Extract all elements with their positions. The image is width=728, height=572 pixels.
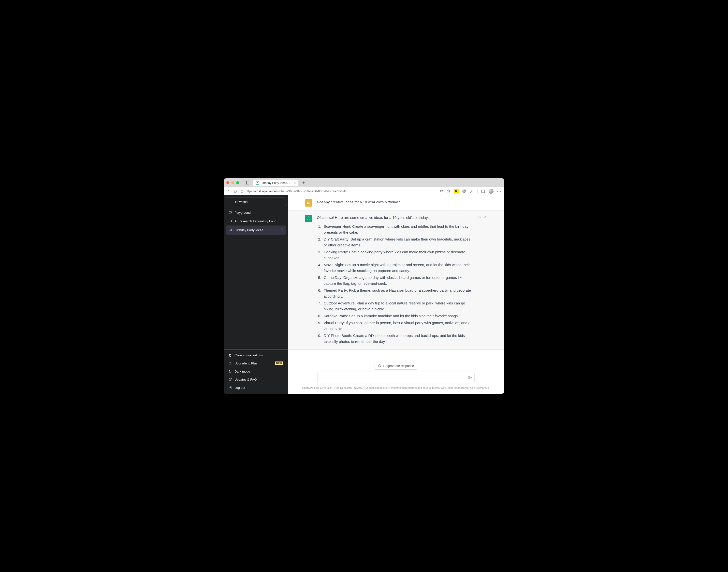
dark-mode-label: Dark mode xyxy=(235,370,250,373)
titlebar: Birthday Party Ideas. - https:// × + xyxy=(224,178,504,188)
minimize-window-icon[interactable] xyxy=(231,181,234,184)
prompt-input[interactable] xyxy=(317,372,475,383)
assistant-intro: Of course! Here are some creative ideas … xyxy=(317,215,472,221)
lock-icon xyxy=(240,190,244,193)
user-message-text: Got any creative ideas for a 10 year old… xyxy=(317,199,472,207)
input-area: Regenerate response ChatGPT Feb 13 Versi… xyxy=(288,360,504,394)
profile-avatar-icon[interactable] xyxy=(489,189,493,194)
url-domain: chat.openai.com xyxy=(255,189,278,193)
tab-favicon-icon xyxy=(256,181,259,185)
tab-close-icon[interactable]: × xyxy=(294,181,296,185)
list-item: Game Day: Organize a game day with class… xyxy=(322,275,472,286)
separator xyxy=(477,189,478,194)
clear-label: Clear conversations xyxy=(235,353,263,357)
list-item: Cooking Party: Host a cooking party wher… xyxy=(322,249,472,261)
chat-icon xyxy=(228,211,232,214)
toolbar-right: R ··· xyxy=(439,189,502,194)
logout-label: Log out xyxy=(235,386,245,389)
delete-icon[interactable] xyxy=(280,228,284,232)
back-icon[interactable] xyxy=(226,189,230,193)
chat-main: CL Got any creative ideas for a 10 year … xyxy=(288,195,504,394)
regenerate-icon xyxy=(378,364,381,368)
split-screen-icon[interactable] xyxy=(481,189,485,193)
list-item: Movie Night: Set up a movie night with a… xyxy=(322,262,472,274)
list-item: DIY Photo Booth: Create a DIY photo boot… xyxy=(322,333,472,345)
list-item: Virtual Party: If you can't gather in pe… xyxy=(322,320,472,332)
svg-rect-0 xyxy=(241,191,243,192)
external-link-icon xyxy=(228,378,232,381)
footer-version-link[interactable]: ChatGPT Feb 13 Version xyxy=(302,386,333,389)
content-area: New chat Playground AI Research Laborato… xyxy=(224,195,504,394)
list-item: Outdoor Adventure: Plan a day trip to a … xyxy=(322,300,472,312)
edit-icon[interactable] xyxy=(274,228,278,232)
new-chat-button[interactable]: New chat xyxy=(226,197,286,206)
browser-tab[interactable]: Birthday Party Ideas. - https:// × xyxy=(253,179,298,186)
send-button[interactable] xyxy=(468,375,472,381)
list-item: Karaoke Party: Set up a karaoke machine … xyxy=(322,313,472,319)
dark-mode-button[interactable]: Dark mode xyxy=(226,367,286,375)
moon-icon xyxy=(228,370,232,373)
url-bar: https://chat.openai.com/chat/e3b32687-57… xyxy=(224,188,504,195)
browser-window: Birthday Party Ideas. - https:// × + htt… xyxy=(224,178,504,394)
svg-point-2 xyxy=(471,191,472,192)
new-tab-button[interactable]: + xyxy=(302,180,305,186)
sidebar-item-label: Playground xyxy=(235,211,284,214)
favorite-icon[interactable] xyxy=(447,189,451,193)
footer-note: ChatGPT Feb 13 Version. Free Research Pr… xyxy=(288,386,504,389)
url-path: /chat/e3b32687-5716-4eb6-80f3-84b32a76a5… xyxy=(278,189,346,193)
thumbs-up-icon[interactable] xyxy=(478,215,481,220)
assistant-message-body: Of course! Here are some creative ideas … xyxy=(317,215,472,346)
upgrade-plus-button[interactable]: Upgrade to Plus NEW xyxy=(226,359,286,367)
url-field[interactable]: https://chat.openai.com/chat/e3b32687-57… xyxy=(240,189,436,193)
sidebar-item-ai-research[interactable]: AI Research Laboratory Foun xyxy=(226,217,286,225)
sidebar: New chat Playground AI Research Laborato… xyxy=(224,195,288,394)
trash-icon xyxy=(228,353,232,357)
upgrade-label: Upgrade to Plus xyxy=(235,361,257,365)
assistant-message: Of course! Here are some creative ideas … xyxy=(288,211,504,350)
maximize-window-icon[interactable] xyxy=(236,181,239,184)
feedback-buttons xyxy=(478,215,487,220)
new-badge: NEW xyxy=(275,361,284,365)
list-item: Scavenger Hunt: Create a scavenger hunt … xyxy=(322,223,472,235)
sidebar-item-playground[interactable]: Playground xyxy=(226,208,286,217)
sidebar-bottom: Clear conversations Upgrade to Plus NEW … xyxy=(224,349,288,394)
extension-gear-icon[interactable] xyxy=(470,189,474,193)
sidebar-item-label: AI Research Laboratory Foun xyxy=(235,219,284,223)
url-protocol: https:// xyxy=(246,189,255,193)
chat-icon xyxy=(228,228,232,232)
traffic-lights xyxy=(226,181,239,184)
sidebar-toggle-icon[interactable] xyxy=(245,181,249,185)
chat-icon xyxy=(228,219,232,223)
sidebar-item-birthday[interactable]: Birthday Party Ideas. xyxy=(226,225,286,235)
message-list: CL Got any creative ideas for a 10 year … xyxy=(288,195,504,360)
extension-globe-icon[interactable] xyxy=(462,189,466,193)
more-menu-icon[interactable]: ··· xyxy=(497,189,502,194)
close-window-icon[interactable] xyxy=(226,181,229,184)
read-aloud-icon[interactable] xyxy=(439,189,443,193)
assistant-avatar-icon xyxy=(305,215,312,222)
tab-title: Birthday Party Ideas. - https:// xyxy=(260,181,292,185)
assistant-list: Scavenger Hunt: Create a scavenger hunt … xyxy=(317,223,472,345)
regenerate-button[interactable]: Regenerate response xyxy=(375,362,417,370)
list-item: DIY Craft Party: Set up a craft station … xyxy=(322,236,472,248)
logout-button[interactable]: Log out xyxy=(226,384,286,392)
updates-faq-button[interactable]: Updates & FAQ xyxy=(226,375,286,384)
new-chat-label: New chat xyxy=(235,200,248,204)
clear-conversations-button[interactable]: Clear conversations xyxy=(226,351,286,359)
user-avatar-icon: CL xyxy=(305,199,312,207)
list-item: Themed Party: Pick a theme, such as a Ha… xyxy=(322,287,472,299)
conversation-list: Playground AI Research Laboratory Foun B… xyxy=(224,208,288,349)
refresh-icon[interactable] xyxy=(233,189,237,193)
svg-point-4 xyxy=(230,362,231,363)
sidebar-item-label: Birthday Party Ideas. xyxy=(235,228,272,232)
person-icon xyxy=(228,361,232,365)
faq-label: Updates & FAQ xyxy=(235,378,257,381)
plus-icon xyxy=(229,200,233,204)
extension-r-icon[interactable]: R xyxy=(454,189,459,194)
thumbs-down-icon[interactable] xyxy=(483,215,487,220)
user-message: CL Got any creative ideas for a 10 year … xyxy=(288,195,504,211)
logout-icon xyxy=(228,386,232,389)
footer-text: . Free Research Preview. Our goal is to … xyxy=(332,386,490,389)
regenerate-label: Regenerate response xyxy=(383,364,414,368)
